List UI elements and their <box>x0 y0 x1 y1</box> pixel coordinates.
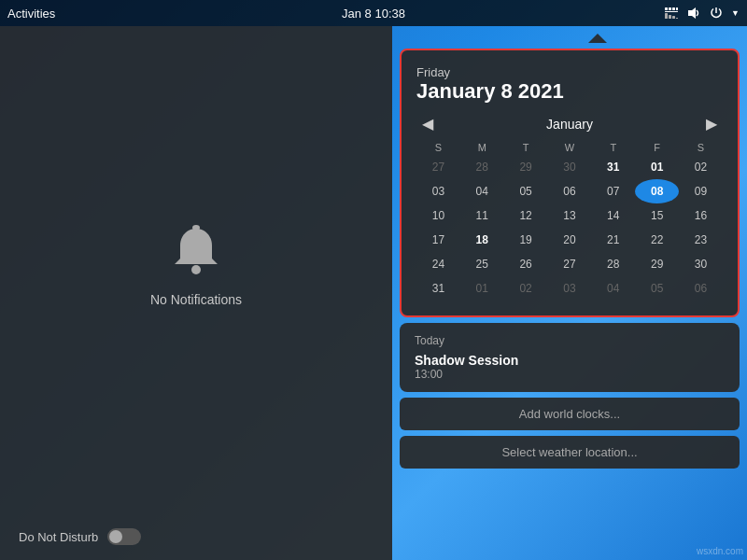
volume-icon[interactable] <box>686 6 701 21</box>
cal-day-cell[interactable]: 05 <box>504 179 548 203</box>
no-notifications-text: No Notifications <box>150 292 242 307</box>
cal-day-cell[interactable]: 19 <box>504 228 548 252</box>
cal-grid: SMTWTFS 27282930310102030405060708091011… <box>416 140 723 301</box>
cal-day-cell[interactable]: 02 <box>504 276 548 301</box>
cal-day-cell[interactable]: 06 <box>679 276 723 301</box>
topbar-right: ▼ <box>664 6 740 21</box>
toggle-knob <box>109 530 122 543</box>
cal-day-cell[interactable]: 25 <box>460 252 504 276</box>
cal-nav: ◀ January ▶ <box>416 113 723 134</box>
calendar-card: Friday January 8 2021 ◀ January ▶ SMTWTF… <box>400 49 740 317</box>
cal-day-cell[interactable]: 01 <box>635 155 679 179</box>
cal-week-row: 17181920212223 <box>416 228 723 252</box>
cal-weekday-header: S <box>679 140 723 155</box>
svg-rect-1 <box>669 7 671 10</box>
cal-day-cell[interactable]: 01 <box>460 276 504 301</box>
cal-day-cell[interactable]: 04 <box>591 276 635 301</box>
cal-day-cell[interactable]: 11 <box>460 203 504 228</box>
cal-week-row: 24252627282930 <box>416 252 723 276</box>
cal-week-row: 31010203040506 <box>416 276 723 301</box>
cal-weekday-header: W <box>548 140 592 155</box>
cal-prev-button[interactable]: ◀ <box>416 113 439 134</box>
cal-weekday-header: T <box>504 140 548 155</box>
svg-rect-4 <box>665 11 678 12</box>
cal-day-cell[interactable]: 27 <box>548 252 592 276</box>
right-panel: Friday January 8 2021 ◀ January ▶ SMTWTF… <box>392 26 747 560</box>
cal-body: 2728293031010203040506070809101112131415… <box>416 155 723 301</box>
add-world-clocks-button[interactable]: Add world clocks... <box>400 398 740 430</box>
cal-day-cell[interactable]: 06 <box>548 179 592 203</box>
svg-rect-6 <box>669 15 671 19</box>
watermark: wsxdn.com <box>697 546 743 556</box>
cal-day-cell[interactable]: 16 <box>679 203 723 228</box>
panel-arrow <box>588 34 607 43</box>
topbar-clock[interactable]: Jan 8 10:38 <box>342 7 405 21</box>
svg-rect-0 <box>665 7 668 10</box>
cal-week-row: 10111213141516 <box>416 203 723 228</box>
cal-day-cell[interactable]: 28 <box>460 155 504 179</box>
svg-rect-11 <box>192 225 200 231</box>
today-label: Today <box>415 334 725 347</box>
cal-day-cell[interactable]: 29 <box>504 155 548 179</box>
cal-day-cell[interactable]: 24 <box>416 252 460 276</box>
cal-day-cell[interactable]: 04 <box>460 179 504 203</box>
desktop: Activities Jan 8 10:38 <box>0 0 747 560</box>
cal-day-cell[interactable]: 17 <box>416 228 460 252</box>
svg-point-10 <box>191 265 201 274</box>
panel-overlay: No Notifications Do Not Disturb Friday J… <box>0 26 747 560</box>
svg-rect-3 <box>676 7 678 10</box>
topbar-left: Activities <box>7 7 55 21</box>
cal-day-cell[interactable]: 29 <box>635 252 679 276</box>
cal-week-row: 27282930310102 <box>416 155 723 179</box>
cal-day-cell[interactable]: 30 <box>679 252 723 276</box>
cal-day-cell[interactable]: 31 <box>591 155 635 179</box>
svg-rect-8 <box>676 18 678 19</box>
activities-button[interactable]: Activities <box>7 7 55 21</box>
topbar: Activities Jan 8 10:38 <box>0 0 747 26</box>
cal-day-cell[interactable]: 08 <box>635 179 679 203</box>
event-time: 13:00 <box>415 368 725 381</box>
cal-day-cell[interactable]: 26 <box>504 252 548 276</box>
dnd-toggle[interactable] <box>107 528 141 545</box>
svg-marker-9 <box>688 7 696 19</box>
today-events-card: Today Shadow Session 13:00 <box>400 323 740 392</box>
cal-day-cell[interactable]: 13 <box>548 203 592 228</box>
cal-day-cell[interactable]: 27 <box>416 155 460 179</box>
network-icon[interactable] <box>664 6 679 21</box>
bell-icon <box>170 223 222 283</box>
cal-weekday-row: SMTWTFS <box>416 140 723 155</box>
cal-day-cell[interactable]: 18 <box>460 228 504 252</box>
cal-weekday-header: S <box>416 140 460 155</box>
dnd-label: Do Not Disturb <box>19 530 98 544</box>
cal-day-cell[interactable]: 05 <box>635 276 679 301</box>
cal-next-button[interactable]: ▶ <box>700 113 723 134</box>
cal-day-cell[interactable]: 02 <box>679 155 723 179</box>
power-icon[interactable] <box>709 6 724 21</box>
notifications-panel: No Notifications Do Not Disturb <box>0 26 392 560</box>
select-weather-button[interactable]: Select weather location... <box>400 436 740 469</box>
cal-month-label: January <box>546 117 593 132</box>
cal-day-cell[interactable]: 03 <box>416 179 460 203</box>
cal-day-cell[interactable]: 15 <box>635 203 679 228</box>
cal-day-cell[interactable]: 28 <box>591 252 635 276</box>
cal-day-cell[interactable]: 30 <box>548 155 592 179</box>
cal-day-cell[interactable]: 07 <box>591 179 635 203</box>
cal-day-cell[interactable]: 12 <box>504 203 548 228</box>
cal-day-cell[interactable]: 21 <box>591 228 635 252</box>
cal-header-date: Friday January 8 2021 <box>416 65 723 104</box>
dropdown-icon[interactable]: ▼ <box>731 8 740 18</box>
cal-week-row: 03040506070809 <box>416 179 723 203</box>
cal-day-cell[interactable]: 23 <box>679 228 723 252</box>
cal-day-cell[interactable]: 20 <box>548 228 592 252</box>
cal-day-name: Friday <box>416 65 723 79</box>
cal-day-cell[interactable]: 03 <box>548 276 592 301</box>
svg-rect-5 <box>665 13 668 19</box>
cal-day-cell[interactable]: 31 <box>416 276 460 301</box>
no-notifications-area: No Notifications <box>150 223 242 307</box>
cal-day-cell[interactable]: 14 <box>591 203 635 228</box>
event-title: Shadow Session <box>415 353 725 368</box>
cal-day-cell[interactable]: 22 <box>635 228 679 252</box>
cal-day-cell[interactable]: 10 <box>416 203 460 228</box>
cal-day-cell[interactable]: 09 <box>679 179 723 203</box>
cal-weekday-header: T <box>591 140 635 155</box>
